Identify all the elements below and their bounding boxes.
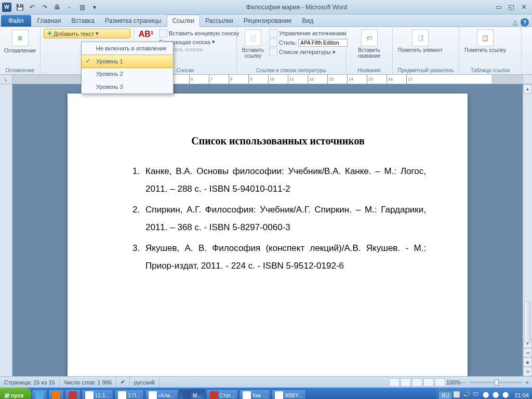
ribbon: ≣ Оглавление Оглавление ✚ Добавить текст… — [0, 27, 532, 75]
ruler-corner[interactable]: L — [0, 75, 12, 84]
folder-icon — [85, 391, 94, 399]
list-item[interactable]: Канке, В.А. Основы философии: Учебник/В.… — [142, 163, 426, 198]
scroll-thumb[interactable] — [524, 301, 531, 343]
qat-print-icon[interactable]: 🖶 — [51, 2, 63, 13]
quick-launch-2[interactable] — [48, 389, 64, 399]
status-page[interactable]: Страница: 15 из 15 — [0, 377, 60, 388]
tray-icon[interactable]: 🔊 — [463, 391, 471, 399]
insert-endnote[interactable]: Вставить концевую сноску — [158, 29, 240, 38]
zoom-level[interactable]: 100% — [446, 379, 461, 385]
maximize-button[interactable]: ◱ — [505, 3, 517, 12]
menu-level-1[interactable]: ✓Уровень 1 — [81, 55, 174, 68]
tab-mailings[interactable]: Рассылки — [200, 15, 238, 26]
scroll-up-icon[interactable]: ▲ — [523, 84, 532, 94]
folder-icon — [118, 391, 126, 399]
tab-references[interactable]: Ссылки — [167, 15, 200, 27]
view-full-screen[interactable] — [401, 378, 411, 387]
doc-heading[interactable]: Список использованных источников — [130, 135, 426, 147]
view-print-layout[interactable] — [389, 378, 400, 387]
quick-launch-3[interactable] — [65, 389, 81, 399]
quick-launch-1[interactable] — [32, 389, 47, 399]
tray-icon[interactable]: ⬤ — [483, 391, 491, 399]
tab-view[interactable]: Вид — [297, 15, 318, 26]
status-bar: Страница: 15 из 15 Число слов: 1 986 ✔ р… — [0, 376, 532, 388]
tb-item-2[interactable]: 3 П... — [114, 389, 144, 399]
manage-sources[interactable]: Управление источниками — [268, 29, 349, 38]
insert-caption-button[interactable]: 🏷 Вставить название — [349, 29, 389, 60]
menu-none[interactable]: Не включать в оглавление — [82, 42, 173, 55]
tab-insert[interactable]: Вставка — [66, 15, 100, 26]
qat-more-icon[interactable]: ▾ — [89, 2, 100, 13]
chrome-icon — [243, 391, 251, 399]
style-select[interactable]: Стиль: — [268, 38, 349, 47]
system-tray: RU ⬜ 🔊 🛡 ⬤ ⬤ ⬤ 21:04 — [436, 388, 532, 399]
tray-icon[interactable]: ⬜ — [453, 391, 461, 399]
ruler-toggle[interactable] — [523, 75, 532, 84]
citation-icon: 📄 — [245, 30, 261, 46]
browse-object-icon[interactable]: ◉ — [523, 357, 532, 367]
list-item[interactable]: Спиркин, А.Г. Философия: Учебник/А.Г. Сп… — [142, 201, 426, 236]
tab-home[interactable]: Главная — [32, 15, 66, 26]
zoom-out-icon[interactable]: − — [462, 379, 465, 385]
window-title: Философия мария - Microsoft Word — [101, 4, 493, 11]
manage-icon — [269, 29, 277, 37]
menu-level-2[interactable]: Уровень 2 — [82, 68, 173, 81]
group-citations-label: Ссылки и списки литературы — [240, 66, 342, 73]
style-input[interactable] — [298, 39, 348, 47]
qat-save-icon[interactable]: 💾 — [14, 2, 25, 13]
menu-level-3[interactable]: Уровень 3 — [82, 81, 173, 94]
opera-icon — [210, 391, 218, 399]
endnote-icon — [159, 29, 167, 37]
help-icon[interactable]: ? — [521, 18, 529, 26]
bibliography[interactable]: Список литературы ▾ — [268, 47, 349, 57]
tb-item-3[interactable]: «Кла... — [145, 389, 178, 399]
qat-redo-icon[interactable]: ↷ — [39, 2, 50, 13]
prev-page-icon[interactable]: ≪ — [523, 348, 532, 357]
status-words[interactable]: Число слов: 1 986 — [60, 377, 116, 388]
toc-button[interactable]: ≣ Оглавление — [3, 29, 37, 55]
list-item[interactable]: Якушев, А. В. Философия (конспект лекций… — [142, 240, 426, 275]
vertical-scrollbar[interactable]: ▲ ▼ ≪ ◉ ≫ — [523, 84, 532, 376]
add-text-button[interactable]: ✚ Добавить текст ▾ — [44, 29, 130, 38]
toa-icon: 📋 — [477, 30, 494, 46]
page-viewport[interactable]: Список использованных источников Канке, … — [12, 84, 523, 376]
ribbon-tabs: Файл Главная Вставка Разметка страницы С… — [0, 15, 532, 27]
tb-item-5[interactable]: Стат... — [206, 389, 238, 399]
group-toc-label: Оглавление — [3, 66, 37, 73]
tb-item-6[interactable]: Как ... — [239, 389, 270, 399]
insert-citation-button[interactable]: 📄 Вставить ссылку — [240, 29, 266, 60]
plus-icon: ✚ — [47, 30, 52, 37]
vertical-ruler[interactable] — [0, 84, 12, 376]
view-draft[interactable] — [435, 378, 445, 387]
zoom-slider[interactable] — [470, 381, 522, 383]
view-outline[interactable] — [423, 378, 434, 387]
status-language[interactable]: русский — [130, 377, 159, 388]
ribbon-collapse-icon[interactable]: △ — [513, 19, 517, 26]
mark-citation-button[interactable]: 📋 Пометить ссылку — [462, 29, 508, 54]
qat-undo-icon[interactable]: ↶ — [26, 2, 38, 13]
mark-entry-button[interactable]: 📑 Пометить элемент — [396, 29, 445, 54]
bibliography-list[interactable]: Канке, В.А. Основы философии: Учебник/В.… — [130, 163, 426, 275]
qat-new-icon[interactable]: ▫ — [64, 2, 75, 13]
minimize-button[interactable]: ▭ — [493, 3, 505, 12]
tb-item-1[interactable]: 11-1... — [82, 389, 113, 399]
clock[interactable]: 21:04 — [514, 392, 529, 398]
close-button[interactable]: ✕ — [517, 3, 530, 12]
tray-icon[interactable]: 🛡 — [473, 391, 481, 399]
tab-review[interactable]: Рецензирование — [238, 15, 297, 26]
start-button[interactable]: ⊞ пуск — [0, 388, 31, 399]
tray-icon[interactable]: ⬤ — [493, 391, 501, 399]
file-tab[interactable]: Файл — [1, 15, 31, 26]
group-captions-label: Названия — [349, 66, 389, 73]
qat-open-icon[interactable]: ▥ — [76, 2, 88, 13]
next-page-icon[interactable]: ≫ — [523, 367, 532, 376]
status-proof[interactable]: ✔ — [116, 377, 130, 388]
tray-icon[interactable]: ⬤ — [502, 391, 511, 399]
language-indicator[interactable]: RU — [439, 392, 451, 400]
tb-item-7[interactable]: ABBY... — [271, 389, 306, 399]
tb-item-word[interactable]: М... — [179, 389, 205, 399]
zoom-in-icon[interactable]: + — [526, 379, 529, 385]
ie-icon — [149, 391, 157, 399]
view-web[interactable] — [412, 378, 422, 387]
tab-layout[interactable]: Разметка страницы — [100, 15, 167, 26]
